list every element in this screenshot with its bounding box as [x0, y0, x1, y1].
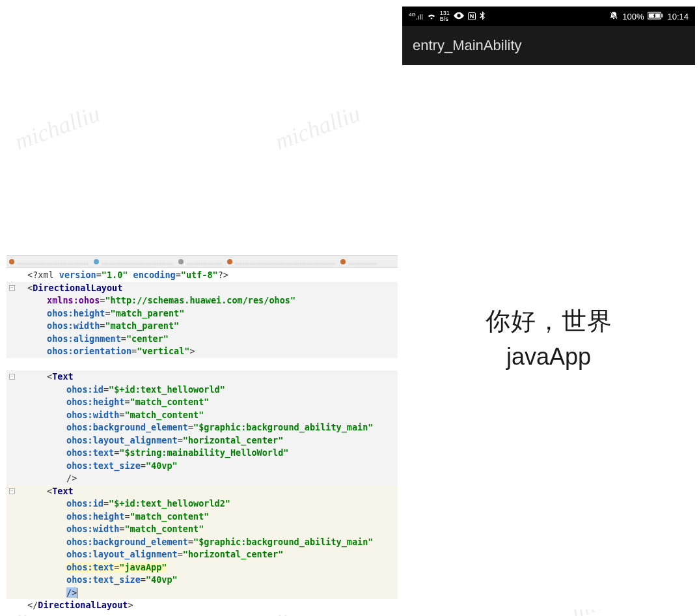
status-time: 10:14: [667, 12, 689, 21]
app-content: 你好，世界 javaApp: [402, 65, 695, 609]
editor-tab[interactable]: ……………………………………: [227, 258, 335, 266]
caret-icon: [77, 588, 77, 598]
mute-icon: [609, 11, 618, 22]
bluetooth-icon: [480, 11, 485, 22]
code-line[interactable]: [7, 358, 398, 371]
code-line[interactable]: ohos:text="javaApp": [7, 561, 398, 574]
helloworld-text: 你好，世界: [486, 305, 612, 338]
code-line[interactable]: <?xml version="1.0" encoding="utf-8"?>: [7, 269, 398, 282]
editor-tab[interactable]: ……………: [178, 258, 222, 266]
fold-icon[interactable]: −: [9, 374, 15, 380]
status-bar: 4G.ıll 131B/s N 100% 10:14: [402, 7, 695, 26]
code-line[interactable]: ohos:background_element="$graphic:backgr…: [7, 421, 398, 434]
code-line[interactable]: />: [7, 472, 398, 485]
code-line[interactable]: ohos:text="$string:mainability_HelloWorl…: [7, 447, 398, 460]
code-line[interactable]: ohos:width="match_parent": [7, 320, 398, 333]
fold-icon[interactable]: −: [9, 488, 15, 494]
app-title: entry_MainAbility: [413, 37, 522, 54]
code-editor: ………………………… ………………………… …………… …………………………………: [7, 255, 398, 615]
code-line[interactable]: ohos:orientation="vertical">: [7, 345, 398, 358]
code-line[interactable]: ohos:height="match_content": [7, 511, 398, 524]
net-rate: 131B/s: [440, 10, 450, 22]
code-line[interactable]: ohos:width="match_content": [7, 409, 398, 422]
app-bar: entry_MainAbility: [402, 26, 695, 65]
code-line[interactable]: ohos:layout_alignment="horizontal_center…: [7, 548, 398, 561]
editor-tab[interactable]: …………: [340, 258, 377, 266]
svg-rect-4: [662, 14, 663, 17]
network-gen-label: 4G.ıll: [409, 12, 423, 21]
javaapp-text: javaApp: [506, 343, 591, 371]
code-line[interactable]: ohos:background_element="$graphic:backgr…: [7, 536, 398, 549]
nfc-icon: N: [468, 12, 476, 20]
fold-icon[interactable]: −: [9, 285, 15, 291]
code-line[interactable]: />: [7, 587, 398, 600]
code-line[interactable]: ohos:text_size="40vp": [7, 460, 398, 473]
code-line[interactable]: ohos:text_size="40vp": [7, 574, 398, 587]
editor-tabs: ………………………… ………………………… …………… …………………………………: [7, 256, 398, 268]
code-line[interactable]: ohos:id="$+id:text_helloworld": [7, 384, 398, 397]
battery-text: 100%: [622, 12, 644, 21]
code-line[interactable]: ohos:layout_alignment="horizontal_center…: [7, 434, 398, 447]
signal-icon: .ıll: [416, 13, 423, 21]
code-line[interactable]: </DirectionalLayout>: [7, 599, 398, 612]
code-line[interactable]: xmlns:ohos="http://schemas.huawei.com/re…: [7, 294, 398, 307]
editor-tab[interactable]: …………………………: [9, 258, 89, 266]
code-line[interactable]: −<Text: [7, 371, 398, 384]
code-line[interactable]: −<Text: [7, 485, 398, 498]
watermark: michalliu: [11, 100, 103, 156]
code-line[interactable]: −<DirectionalLayout: [7, 282, 398, 295]
code-line[interactable]: ohos:id="$+id:text_helloworld2": [7, 497, 398, 511]
code-line[interactable]: ohos:width="match_content": [7, 523, 398, 536]
code-line[interactable]: ohos:height="match_parent": [7, 307, 398, 320]
eye-icon: [454, 12, 464, 21]
battery-icon: [648, 12, 663, 21]
code-line[interactable]: ohos:alignment="center": [7, 333, 398, 346]
watermark: michalliu: [271, 100, 364, 156]
code-area[interactable]: <?xml version="1.0" encoding="utf-8"?> −…: [7, 268, 398, 615]
wifi-icon: [427, 12, 436, 21]
editor-tab[interactable]: …………………………: [94, 258, 173, 266]
code-line[interactable]: ohos:height="match_content": [7, 396, 398, 409]
device-preview: 4G.ıll 131B/s N 100% 10:14 entry_Mai: [402, 7, 695, 609]
